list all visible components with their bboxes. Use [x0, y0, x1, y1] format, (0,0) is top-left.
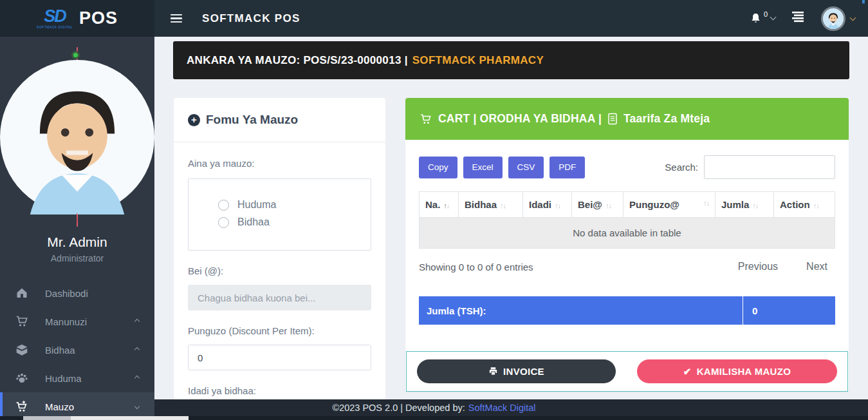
next-page-button[interactable]: Next [806, 261, 827, 272]
customer-info-title: Taarifa Za Mteja [623, 112, 710, 126]
table-toolbar: Copy Excel CSV PDF Search: [419, 155, 835, 179]
previous-page-button[interactable]: Previous [738, 261, 778, 272]
radio-icon[interactable] [218, 217, 229, 228]
menu-list-icon[interactable] [791, 11, 806, 26]
sidebar-item-label: Mauzo [45, 401, 74, 412]
online-status-dot [71, 51, 80, 59]
column-header-na[interactable]: Na.↑↓ [420, 192, 459, 218]
excel-button[interactable]: Excel [463, 157, 503, 178]
chevron-up-icon [134, 347, 140, 352]
check-icon: ✔ [683, 366, 692, 377]
pagination: Previous Next [738, 261, 835, 272]
user-profile: Mr. Admin Administrator [0, 37, 154, 263]
price-input[interactable] [188, 285, 371, 310]
form-title: Fomu Ya Mauzo [206, 113, 298, 127]
radio-label: Huduma [237, 199, 276, 211]
package-icon [15, 343, 28, 356]
cart-header-title: CART | ORODHA YA BIDHAA | [438, 112, 602, 126]
sort-icon[interactable]: ↑↓ [703, 199, 709, 207]
form-body: Aina ya mauzo: Huduma Bidhaa Bei (@): Pu… [174, 142, 385, 420]
chevron-down-icon [770, 14, 777, 21]
invoice-button-label: INVOICE [503, 366, 544, 377]
sidebar-item-label: Bidhaa [45, 345, 75, 356]
price-label: Bei (@): [188, 265, 371, 276]
discount-label: Punguzo (Discount Per Item): [188, 325, 371, 336]
horizontal-scrollbar[interactable] [0, 416, 868, 420]
developer-link[interactable]: SoftMack Digital [468, 403, 536, 413]
sidebar-toggle-icon[interactable] [171, 14, 182, 23]
app-logo[interactable]: SD SOFTMACK DIGITAL POS [0, 0, 154, 37]
action-box: INVOICE ✔ KAMILISHA MAUZO [406, 351, 848, 392]
sort-icon[interactable]: ↑↓ [500, 202, 506, 209]
bell-icon [750, 12, 762, 25]
cart-plus-icon [15, 400, 28, 413]
navbar-main: SOFTMACK POS 0 [154, 0, 868, 37]
sidebar-item-huduma[interactable]: Huduma [0, 364, 154, 392]
complete-sale-label: KAMILISHA MAUZO [697, 366, 791, 377]
sort-icon[interactable]: ↑↓ [605, 202, 611, 209]
user-avatar-large[interactable] [0, 47, 154, 227]
scrollbar-track[interactable] [23, 416, 189, 420]
empty-table-message: No data available in table [420, 218, 835, 249]
column-header-idadi[interactable]: Idadi↑↓ [523, 192, 572, 218]
discount-input[interactable] [188, 345, 371, 370]
total-value: 0 [743, 296, 835, 325]
cart-card: CART | ORODHA YA BIDHAA | Taarifa Za Mte… [405, 98, 849, 392]
document-icon [607, 113, 618, 125]
empty-table-row: No data available in table [420, 218, 835, 249]
sidebar-item-bidhaa[interactable]: Bidhaa [0, 336, 154, 364]
scrollbar-thumb[interactable] [23, 416, 71, 420]
notifications-dropdown[interactable]: 0 [750, 12, 775, 25]
sale-type-radio-group: Huduma Bidhaa [188, 178, 371, 251]
copy-button[interactable]: Copy [419, 157, 457, 178]
plus-circle-icon: + [188, 114, 200, 126]
column-header-bei[interactable]: Bei@↑↓ [572, 192, 623, 218]
column-header-bidhaa[interactable]: Bidhaa↑↓ [459, 192, 523, 218]
form-card-header: + Fomu Ya Mauzo [174, 98, 385, 142]
user-avatar-small [821, 6, 845, 31]
sidebar-item-mauzo[interactable]: Mauzo [0, 392, 154, 416]
invoice-button[interactable]: INVOICE [417, 359, 616, 383]
sidebar-item-label: Dashibodi [45, 288, 88, 299]
search-input[interactable] [704, 155, 835, 179]
table-meta: Showing 0 to 0 of 0 entries Previous Nex… [419, 261, 835, 272]
notification-count: 0 [764, 10, 768, 18]
navbar-right: 0 [750, 6, 855, 31]
logo-pos-text: POS [79, 8, 118, 28]
table-header-row: Na.↑↓ Bidhaa↑↓ Idadi↑↓ Bei@↑↓ Punguzo@↑↓ [420, 192, 835, 218]
sidebar-item-manunuzi[interactable]: Manunuzi [0, 307, 154, 336]
quantity-label: Idadi ya bidhaa: [188, 385, 371, 396]
column-header-punguzo[interactable]: Punguzo@↑↓ [623, 192, 716, 218]
column-header-jumla[interactable]: Jumla↑↓ [716, 192, 774, 218]
page-title-highlight: SOFTMACK PHARMACY [412, 54, 544, 67]
chevron-up-icon [134, 376, 140, 381]
radio-label: Bidhaa [237, 216, 270, 228]
home-icon [15, 287, 28, 300]
cart-table: Na.↑↓ Bidhaa↑↓ Idadi↑↓ Bei@↑↓ Punguzo@↑↓ [419, 191, 835, 249]
top-navbar: SD SOFTMACK DIGITAL POS SOFTMACK POS 0 [0, 0, 868, 37]
sidebar-item-label: Manunuzi [45, 316, 87, 327]
sidebar-item-dashibodi[interactable]: Dashibodi [0, 279, 154, 307]
cart-icon [15, 315, 28, 328]
chevron-down-icon [850, 14, 856, 21]
radio-option-huduma[interactable]: Huduma [218, 199, 364, 211]
sale-form-card: + Fomu Ya Mauzo Aina ya mauzo: Huduma Bi… [174, 98, 385, 420]
cart-header: CART | ORODHA YA BIDHAA | Taarifa Za Mte… [405, 98, 849, 140]
cart-body: Copy Excel CSV PDF Search: Na.↑↓ Bid [405, 140, 849, 325]
logo-caption: SOFTMACK DIGITAL [37, 26, 73, 29]
pdf-button[interactable]: PDF [549, 157, 585, 178]
sort-icon[interactable]: ↑↓ [813, 202, 819, 209]
sort-icon[interactable]: ↑↓ [752, 202, 758, 209]
sort-icon[interactable]: ↑↓ [555, 202, 560, 209]
copyright-text: ©2023 POS 2.0 | Developed by: [332, 403, 465, 413]
radio-icon[interactable] [218, 200, 229, 211]
radio-option-bidhaa[interactable]: Bidhaa [218, 216, 364, 228]
sort-icon[interactable]: ↑↓ [443, 202, 449, 209]
complete-sale-button[interactable]: ✔ KAMILISHA MAUZO [637, 359, 837, 383]
csv-button[interactable]: CSV [508, 157, 544, 178]
entries-info: Showing 0 to 0 of 0 entries [419, 262, 533, 272]
printer-icon [488, 367, 498, 376]
total-label: Jumla (TSH): [419, 296, 743, 325]
column-header-action[interactable]: Action↑↓ [774, 192, 835, 218]
chevron-down-icon [134, 404, 140, 409]
